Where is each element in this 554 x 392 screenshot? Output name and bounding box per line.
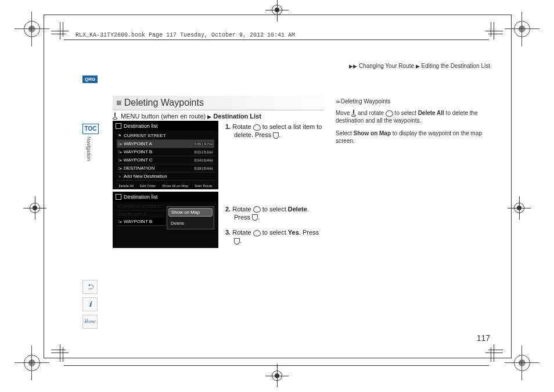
header-rule xyxy=(64,39,489,40)
qrg-badge[interactable]: QRG xyxy=(82,75,98,83)
menu-path-text: MENU button (when en route) xyxy=(121,113,206,120)
registration-mark xyxy=(269,368,285,384)
row-distance: 0:11 | 5.1mi xyxy=(194,150,213,154)
row-flag-icon: ＋ xyxy=(118,174,124,179)
step-bold: Yes xyxy=(288,229,299,236)
press-icon xyxy=(252,214,258,221)
note-text: Move xyxy=(336,110,351,116)
notes-paragraph: Move and rotate to select Delete All to … xyxy=(336,109,492,125)
list-item: 1▸WAYPOINT A0:05 | 3.7mi xyxy=(117,140,214,148)
sidebar-icons: ⮌ ℹ Home xyxy=(82,280,98,329)
document-meta: RLX_KA-31TY2800.book Page 117 Tuesday, O… xyxy=(75,32,295,38)
screenshot-destination-list: Destination list ⚑CURRENT STREET 1▸WAYPO… xyxy=(113,121,218,189)
screenshot-delete-popup: Destination list CURRENT STREET WAYPOINT… xyxy=(113,192,218,248)
footer-delete-all: Delete All xyxy=(119,184,134,188)
notes-paragraph: Select Show on Map to display the waypoi… xyxy=(336,130,492,145)
screenshot-footer: Delete All Edit Order Show All on Map St… xyxy=(113,184,218,188)
registration-mark xyxy=(511,200,527,216)
row-distance: 0:19 | 8.4mi xyxy=(194,167,213,170)
press-icon xyxy=(273,132,279,139)
step-text: Rotate xyxy=(232,206,253,213)
step-text: Rotate xyxy=(232,123,253,130)
footer-rule xyxy=(64,365,489,366)
row-label: DESTINATION xyxy=(124,166,194,171)
step-number: 2. xyxy=(225,206,231,213)
breadcrumb-part1: Changing Your Route xyxy=(359,63,414,69)
step-number: 3. xyxy=(225,229,231,236)
menu-path: MENU button (when en route) ▶ Destinatio… xyxy=(113,112,261,120)
step-3: 3. Rotate to select Yes. Press . xyxy=(225,228,324,245)
screenshot-header: Destination list xyxy=(113,192,218,202)
footer-show-all: Show All on Map xyxy=(162,184,188,188)
menu-path-sep: ▶ xyxy=(207,114,211,120)
note-text: and rotate xyxy=(356,110,386,116)
joystick-icon xyxy=(113,112,117,120)
breadcrumb-arrows: ▶▶ xyxy=(349,63,357,69)
section-side-label: Navigation xyxy=(86,136,92,161)
popup-delete: Delete xyxy=(167,218,214,229)
step-text: Rotate xyxy=(232,229,253,236)
row-distance: 0:14 | 6.4mi xyxy=(194,159,213,162)
row-label: CURRENT STREET xyxy=(124,133,212,138)
row-flag-icon: 1▸ xyxy=(118,166,124,171)
note-bold: Show on Map xyxy=(354,130,391,136)
popup-show-on-map: Show on Map xyxy=(168,208,213,217)
step-text: . xyxy=(240,237,242,244)
registration-mark xyxy=(27,200,43,216)
row-label: WAYPOINT A xyxy=(124,141,194,146)
step-text: . xyxy=(258,214,260,221)
step-1: 1. Rotate to select a list item to delet… xyxy=(225,123,324,139)
toc-button[interactable]: TOC xyxy=(82,124,99,134)
step-text: . Press xyxy=(299,229,319,236)
screenshot-title: Destination list xyxy=(124,194,158,200)
row-label: WAYPOINT C xyxy=(124,157,194,163)
row-flag-icon: ⚑ xyxy=(118,134,124,138)
step-2: 2. Rotate to select Delete. Press . xyxy=(225,205,324,222)
crop-mark xyxy=(510,17,534,41)
step-number: 1. xyxy=(225,123,231,130)
square-bullet-icon: ■ xyxy=(116,98,122,107)
crop-mark xyxy=(20,17,44,41)
voice-icon[interactable]: ⮌ xyxy=(82,280,98,294)
section-title-text: Deleting Waypoints xyxy=(124,98,204,107)
back-icon xyxy=(116,123,121,129)
home-icon[interactable]: Home xyxy=(82,315,98,329)
crop-mark xyxy=(510,351,534,375)
section-title: ■Deleting Waypoints xyxy=(113,96,324,110)
row-flag-icon: 1▸ xyxy=(118,158,124,163)
context-popup: Show on Map Delete xyxy=(167,206,214,229)
side-notes: ≫ Deleting Waypoints Move and rotate to … xyxy=(336,98,492,150)
step-text: to select xyxy=(261,206,288,213)
chevron-icon: ≫ xyxy=(336,99,339,105)
row-label: Add New Destination xyxy=(124,174,213,179)
note-text: Select xyxy=(336,130,354,136)
note-text: to select xyxy=(393,110,418,116)
menu-path-destination: Destination List xyxy=(213,113,261,120)
screenshot-title: Destination list xyxy=(124,123,158,129)
list-item: ＋Add New Destination xyxy=(117,172,214,181)
info-icon[interactable]: ℹ xyxy=(82,297,98,311)
row-label: WAYPOINT B xyxy=(124,149,194,154)
step-text: to select xyxy=(261,229,288,236)
destination-list: ⚑CURRENT STREET 1▸WAYPOINT A0:05 | 3.7mi… xyxy=(113,131,218,182)
step-bold: Delete xyxy=(288,206,307,213)
rotate-dial-icon xyxy=(253,230,261,236)
notes-heading: ≫ Deleting Waypoints xyxy=(336,98,492,106)
instructions: 1. Rotate to select a list item to delet… xyxy=(225,123,324,252)
note-bold: Delete All xyxy=(418,110,444,116)
rotate-dial-icon xyxy=(253,124,261,131)
crop-mark xyxy=(20,351,44,375)
row-flag-icon: 1▸ xyxy=(118,220,124,224)
step-text: . xyxy=(279,131,280,138)
rotate-dial-icon xyxy=(386,110,393,117)
list-item: ⚑CURRENT STREET xyxy=(117,132,214,140)
screenshot-header: Destination list xyxy=(113,121,218,131)
back-icon xyxy=(116,194,121,200)
breadcrumb-sep: ▶ xyxy=(416,63,420,69)
row-flag-icon: 1▸ xyxy=(118,142,124,146)
list-item: 1▸DESTINATION0:19 | 8.4mi xyxy=(117,164,214,172)
rotate-dial-icon xyxy=(253,206,261,213)
list-item: 1▸WAYPOINT C0:14 | 6.4mi xyxy=(117,156,214,164)
page-number: 117 xyxy=(477,333,490,343)
breadcrumb-part2: Editing the Destination List xyxy=(422,63,490,69)
